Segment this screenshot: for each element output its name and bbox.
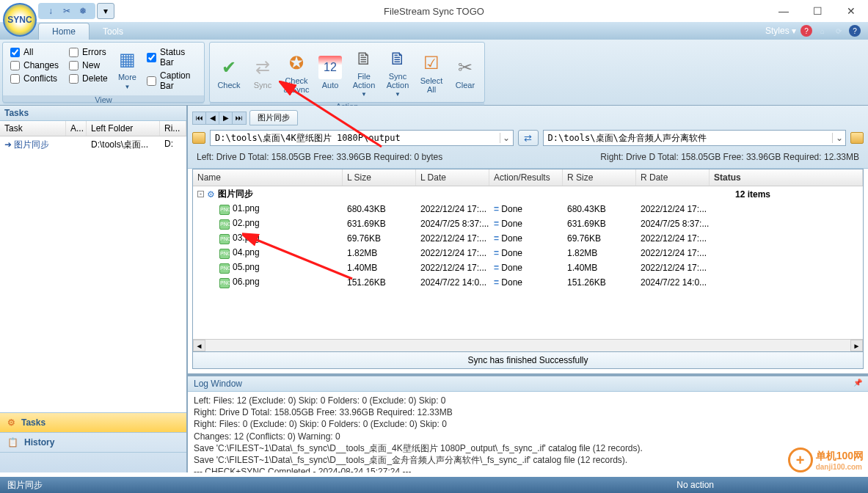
folder-icon-left[interactable] (192, 132, 205, 144)
home-icon[interactable]: ⌂ (817, 25, 828, 37)
check-sync-button[interactable]: ✪Check & Sync (280, 45, 313, 99)
right-path-input[interactable] (544, 133, 833, 143)
log-line: --- CHECK+SYNC Completed - 2024-08-24 15… (194, 466, 862, 472)
sync-status-bar: Sync has finished Successfully (192, 352, 864, 369)
left-path-dropdown[interactable]: ⌄ (500, 133, 513, 143)
png-icon: PNG (219, 278, 230, 288)
tasks-grid[interactable]: Task A... Left Folder Ri... ➜ 图片同步 D:\to… (0, 121, 186, 412)
status-left: 图片同步 (7, 479, 43, 492)
chk-changes[interactable]: Changes (10, 60, 59, 70)
grid-group-row[interactable]: - ⚙ 图片同步 12 items (193, 186, 863, 202)
png-icon: PNG (219, 205, 230, 215)
file-row[interactable]: PNG06.png151.26KB2024/7/22 14:0...= Done… (193, 275, 863, 290)
tasks-icon: ⚙ (7, 417, 15, 428)
png-icon: PNG (219, 219, 230, 230)
options-icon[interactable]: ❅ (76, 4, 90, 18)
chk-delete[interactable]: Delete (69, 73, 108, 84)
close-button[interactable]: ✕ (834, 0, 868, 22)
swap-button[interactable]: ⇄ (518, 130, 539, 146)
col-rsize[interactable]: R Size (563, 169, 636, 186)
doc-tab[interactable]: 图片同步 (249, 110, 298, 125)
nav-history[interactable]: 📋History (0, 432, 186, 452)
task-row[interactable]: ➜ 图片同步 D:\tools\桌面... D: (0, 136, 186, 153)
left-nav: ⚙Tasks 📋History (0, 412, 186, 472)
folder-icon-right[interactable] (850, 132, 864, 144)
quick-access-toolbar: ↓ ✂ ❅ (38, 3, 95, 19)
collapse-icon[interactable]: - (197, 191, 204, 197)
file-icon: 🗎 (352, 47, 376, 70)
right-disk-info: Right: Drive D Total: 158.05GB Free: 33.… (600, 152, 859, 162)
styles-menu[interactable]: Styles ▾ (765, 26, 796, 36)
sync-action-button[interactable]: 🗎Sync Action▼ (382, 45, 414, 99)
nav-prev[interactable]: ◀ (206, 112, 219, 124)
col-name[interactable]: Name (193, 169, 343, 186)
col-lsize[interactable]: L Size (343, 169, 416, 186)
nav-next[interactable]: ▶ (219, 112, 233, 124)
right-path-box: ⌄ (543, 130, 847, 146)
chk-new[interactable]: New (69, 60, 108, 70)
col-ldate[interactable]: L Date (416, 169, 489, 186)
app-logo[interactable]: SYNC (3, 3, 37, 37)
file-row[interactable]: PNG04.png1.82MB2022/12/24 17:...= Done1.… (193, 246, 863, 260)
file-row[interactable]: PNG05.png1.40MB2022/12/24 17:...= Done1.… (193, 260, 863, 275)
check-icon: ✔ (217, 56, 241, 79)
left-path-input[interactable] (211, 133, 500, 143)
clear-button[interactable]: ✂Clear (449, 45, 481, 99)
ribbon: All Changes Conflicts Errors New Delete … (0, 40, 868, 106)
nav-first[interactable]: ⏮ (193, 112, 206, 124)
help-icon[interactable]: ? (800, 25, 812, 37)
sync-action-icon: 🗎 (386, 47, 409, 70)
col-rdate[interactable]: R Date (636, 169, 710, 186)
chk-conflicts[interactable]: Conflicts (10, 73, 59, 84)
nav-last[interactable]: ⏭ (233, 112, 246, 124)
col-task[interactable]: Task (0, 121, 66, 136)
h-scrollbar[interactable]: ◄► (193, 339, 863, 351)
left-path-box: ⌄ (210, 130, 514, 146)
file-action-button[interactable]: 🗎File Action▼ (348, 45, 380, 99)
grid-header: Name L Size L Date Action/Results R Size… (193, 169, 863, 186)
watermark: + 单机100网danji100.com (788, 448, 864, 472)
path-bar: ⏮ ◀ ▶ ⏭ 图片同步 ⌄ ⇄ ⌄ (188, 106, 868, 169)
history-icon: 📋 (7, 437, 18, 448)
chk-statusbar[interactable]: Status Bar (147, 47, 197, 67)
tasks-pane: Tasks Task A... Left Folder Ri... ➜ 图片同步… (0, 106, 188, 472)
chk-captionbar[interactable]: Caption Bar (147, 70, 197, 91)
minimize-button[interactable]: — (767, 0, 800, 22)
right-path-dropdown[interactable]: ⌄ (832, 133, 845, 143)
col-action[interactable]: Action/Results (489, 169, 563, 186)
file-row[interactable]: PNG01.png680.43KB2022/12/24 17:...= Done… (193, 202, 863, 216)
tab-tools[interactable]: Tools (90, 23, 136, 40)
select-all-button[interactable]: ☑Select All (415, 45, 448, 99)
view-group: All Changes Conflicts Errors New Delete … (2, 42, 205, 103)
sync-button[interactable]: ⇄Sync (247, 45, 279, 99)
more-button[interactable]: ▦ More ▼ (114, 45, 141, 92)
watermark-icon: + (788, 448, 813, 472)
auto-button[interactable]: 12Auto (314, 45, 346, 99)
col-right[interactable]: Ri... (160, 121, 186, 136)
nav-tasks[interactable]: ⚙Tasks (0, 412, 186, 432)
info-icon[interactable]: ? (849, 25, 861, 37)
log-line: Changes: 12 (Conflicts: 0) Warning: 0 (194, 431, 862, 442)
col-left[interactable]: Left Folder (87, 121, 160, 136)
tab-home[interactable]: Home (38, 23, 90, 40)
save-icon[interactable]: ↓ (44, 4, 57, 18)
chk-errors[interactable]: Errors (69, 47, 108, 57)
view-caption: View (3, 95, 204, 104)
log-line: Save 'C:\FILEST~1\Data\_fs_sync\D__tools… (194, 454, 862, 466)
maximize-button[interactable]: ☐ (800, 0, 834, 22)
item-count: 12 items (735, 189, 858, 200)
chk-all[interactable]: All (10, 47, 59, 57)
sync-icon[interactable]: ⟳ (833, 25, 845, 37)
col-a[interactable]: A... (66, 121, 87, 136)
sync-arrows-icon: ⇄ (251, 56, 274, 79)
col-status[interactable]: Status (710, 169, 863, 186)
cut-icon[interactable]: ✂ (60, 4, 73, 18)
pin-icon[interactable]: 📌 (853, 379, 862, 389)
check-button[interactable]: ✔Check (213, 45, 245, 99)
action-group: ✔Check ⇄Sync ✪Check & Sync 12Auto 🗎File … (209, 42, 485, 103)
file-row[interactable]: PNG02.png631.69KB2024/7/25 8:37:...= Don… (193, 216, 863, 231)
status-bar: 图片同步 No action (0, 477, 868, 493)
log-body[interactable]: Left: Files: 12 (Exclude: 0) Skip: 0 Fol… (188, 392, 868, 472)
file-row[interactable]: PNG03.png69.76KB2022/12/24 17:...= Done6… (193, 231, 863, 246)
qat-dropdown[interactable]: ▾ (97, 3, 114, 19)
